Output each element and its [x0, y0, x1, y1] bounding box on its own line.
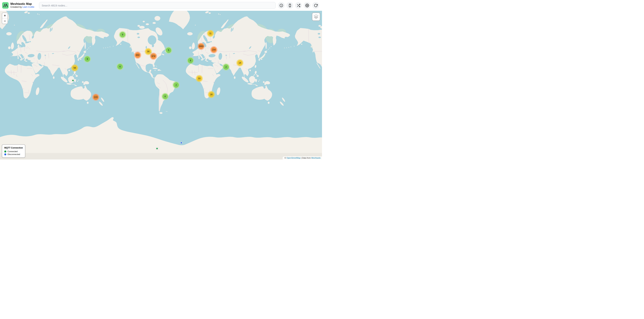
shuffle-button[interactable]	[295, 2, 302, 9]
cluster-marker[interactable]: 650	[134, 51, 141, 59]
cluster-count: 9	[85, 56, 90, 62]
cluster-count: 2	[174, 82, 179, 88]
cluster-count: 8	[188, 58, 193, 63]
node-marker-connected[interactable]	[72, 79, 74, 81]
cluster-count: 650	[135, 52, 140, 58]
disconnected-dot-icon	[4, 153, 6, 155]
legend-item-disconnected: Disconnected	[4, 153, 23, 155]
zoom-control: + −	[2, 12, 8, 24]
legend-label: Connected	[8, 150, 18, 152]
cluster-count: 8	[162, 94, 168, 99]
cluster-count: 2	[223, 64, 229, 70]
map-attribution: © OpenStreetMap | Data from Meshtastic	[283, 156, 322, 159]
shuffle-icon	[297, 3, 300, 7]
cluster-marker[interactable]: 14	[236, 59, 244, 66]
cluster-count: 33	[196, 76, 202, 81]
zoom-out-button[interactable]: −	[2, 18, 8, 24]
title-block: Meshtastic Map Created by Liam Cottle	[10, 2, 34, 8]
device-icon	[288, 3, 292, 7]
search-wrap	[39, 2, 276, 9]
cluster-marker[interactable]: 9	[84, 55, 91, 63]
cluster-marker[interactable]: 8	[187, 57, 194, 64]
page-title: Meshtastic Map	[10, 2, 34, 5]
cluster-marker[interactable]: 2	[172, 81, 180, 88]
cluster-count: 2693	[198, 44, 204, 49]
cluster-marker[interactable]: 2	[222, 63, 230, 71]
cluster-marker[interactable]: 2693	[198, 43, 205, 50]
cluster-marker[interactable]: 5	[165, 47, 172, 54]
legend-item-connected: Connected	[4, 150, 23, 152]
settings-button[interactable]	[304, 2, 310, 9]
cluster-marker[interactable]: 9	[119, 31, 126, 38]
refresh-button[interactable]	[312, 2, 319, 9]
cluster-count: 14	[237, 60, 242, 65]
node-marker-connected[interactable]	[156, 147, 158, 150]
cluster-marker[interactable]: 223	[92, 94, 99, 101]
data-from-label: Data from	[302, 157, 311, 159]
openstreetmap-link[interactable]: OpenStreetMap	[286, 157, 300, 159]
cluster-count: 16	[208, 92, 214, 97]
cluster-count: 223	[93, 94, 98, 100]
cluster-marker[interactable]: 8	[162, 93, 169, 100]
subtitle-prefix: Created by	[10, 5, 22, 8]
cluster-count: 874	[151, 53, 156, 59]
refresh-icon	[314, 3, 318, 7]
header-buttons	[278, 2, 319, 9]
connected-dot-icon	[4, 151, 6, 152]
cluster-count: 11	[208, 31, 213, 36]
attribution-separator: |	[301, 157, 302, 159]
info-icon	[280, 3, 283, 7]
cluster-marker[interactable]: 11	[207, 30, 214, 37]
legend-label: Disconnected	[8, 153, 20, 155]
cluster-marker[interactable]: 16	[208, 91, 215, 98]
cluster-count: 39	[146, 49, 151, 54]
mqtt-legend: MQTT Connection Connected Disconnected	[2, 144, 25, 158]
meshtastic-logo-icon	[2, 2, 8, 9]
page-subtitle: Created by Liam Cottle	[10, 6, 34, 8]
cluster-marker[interactable]: 33	[196, 75, 203, 82]
app-header: Meshtastic Map Created by Liam Cottle	[0, 0, 322, 11]
cluster-marker[interactable]: 6	[116, 63, 124, 70]
basemap-tiles	[0, 11, 322, 159]
cluster-count: 58	[72, 65, 78, 71]
gear-icon	[305, 3, 309, 7]
cluster-count: 154	[211, 47, 216, 52]
meshtastic-link[interactable]: Meshtastic	[311, 157, 321, 159]
cluster-marker[interactable]: 58	[71, 64, 78, 71]
info-button[interactable]	[278, 2, 284, 9]
cluster-count: 5	[166, 48, 171, 53]
zoom-in-button[interactable]: +	[2, 13, 8, 18]
node-marker-disconnected[interactable]	[180, 142, 182, 144]
layers-icon	[313, 14, 319, 19]
world-map[interactable]: 911269315439650874589214586332168223 + −…	[0, 11, 322, 159]
cluster-marker[interactable]: 154	[210, 46, 218, 53]
author-link[interactable]: Liam Cottle	[22, 5, 34, 8]
layers-control[interactable]	[312, 12, 320, 21]
cluster-count: 6	[117, 64, 123, 69]
copyright-symbol: ©	[284, 157, 286, 159]
device-button[interactable]	[286, 2, 293, 9]
cluster-count: 9	[120, 32, 125, 37]
cluster-marker[interactable]: 874	[150, 53, 157, 60]
search-input[interactable]	[39, 2, 276, 9]
legend-title: MQTT Connection	[4, 147, 23, 149]
